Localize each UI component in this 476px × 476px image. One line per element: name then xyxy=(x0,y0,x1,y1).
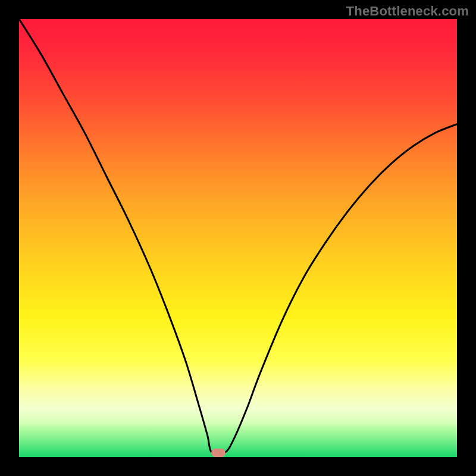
watermark-text: TheBottleneck.com xyxy=(346,4,469,19)
plot-area xyxy=(19,19,457,457)
optimum-marker xyxy=(211,449,226,457)
chart-frame: TheBottleneck.com xyxy=(0,0,476,476)
bottleneck-curve xyxy=(19,19,457,457)
